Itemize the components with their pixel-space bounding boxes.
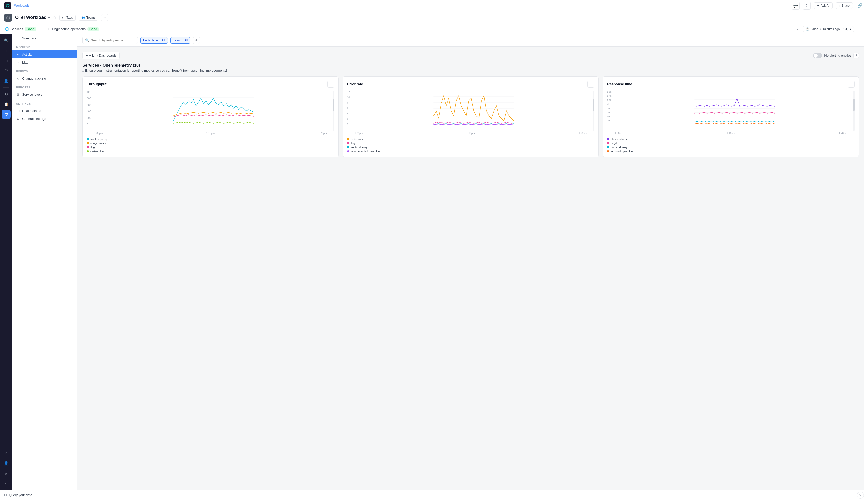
search-input-wrap: 🔍 (82, 37, 138, 44)
strip-shield-button[interactable]: 🛡 (1, 110, 11, 119)
error-rate-chart-header: Error rate ··· (347, 81, 595, 88)
main-layout: 🔍 ＋ ⊞ ♡ 👤 ⚙ 📋 🛡 ⊙ 👤 ☺ ··· ☰ Summary MONI… (0, 34, 868, 490)
entity-name[interactable]: OTel Workload ▾ (15, 15, 50, 20)
services-status-badge: Good (25, 27, 36, 31)
monitor-section-label: MONITOR (12, 42, 77, 50)
response-time-xaxis: 1:00pm1:10pm1:20pm (607, 132, 855, 135)
legend-dot-flagd-error (347, 142, 349, 144)
topbar-right: 💬 ? ✦ Ask AI ↑ Share 🔗 (792, 1, 864, 10)
add-filter-button[interactable]: + (193, 37, 200, 44)
legend-imageprovider: imageprovider (87, 142, 334, 145)
legend-checkoutservice: checkoutservice (607, 138, 855, 141)
sidebar-item-change-tracking[interactable]: ∿ Change tracking (12, 75, 77, 82)
response-time-chart-header: Response time ··· (607, 81, 855, 88)
ask-ai-button[interactable]: ✦ Ask AI (814, 2, 833, 9)
error-rate-chart-title: Error rate (347, 82, 363, 86)
sidebar: ☰ Summary MONITOR 〰 Activity ⌖ Map EVENT… (12, 34, 77, 490)
section-title: Services - OpenTelemetry (18) (82, 63, 859, 68)
response-time-svg (616, 91, 853, 126)
bottom-help-button[interactable]: ? (857, 492, 864, 499)
no-alerting-area: No alerting entities ? (813, 53, 859, 58)
strip-user-button[interactable]: ☺ (1, 469, 11, 478)
share-button[interactable]: ↑ Share (836, 2, 853, 9)
time-nav-right[interactable]: › (855, 25, 863, 33)
strip-user-add-button[interactable]: 👤 (1, 459, 11, 468)
sidebar-item-service-levels[interactable]: ⊟ Service levels (12, 90, 77, 99)
strip-grid-button[interactable]: ⊞ (1, 56, 11, 65)
entity-tags-button[interactable]: 🏷 Tags (59, 14, 76, 21)
response-time-chart-card: Response time ··· 1.6k1.4k1.2k1k80060040… (603, 76, 859, 157)
strip-search-button[interactable]: 🔍 (1, 36, 11, 45)
ai-sparkle-icon: ✦ (817, 4, 820, 7)
engineering-ops-status-item: ⊞ Engineering operations Good (48, 27, 99, 31)
throughput-chart-header: Throughput ··· (87, 81, 334, 88)
sidebar-item-activity[interactable]: 〰 Activity (12, 50, 77, 58)
search-input[interactable] (91, 38, 135, 42)
legend-dot-flagd-response (607, 142, 609, 144)
status-time-area: ‹ 🕐 Since 30 minutes ago (PST) ▾ › (794, 25, 863, 33)
link-icon-button[interactable]: 🔗 (856, 1, 864, 10)
clock-icon: 🕐 (806, 27, 810, 31)
response-time-chart-area: 1.6k1.4k1.2k1k8006004002000 (607, 91, 855, 131)
section-info: ℹ Ensure your instrumentation is reporti… (82, 69, 859, 72)
legend-cartservice-error: cartservice (347, 138, 595, 141)
throughput-chart-card: Throughput ··· 1k8006004002000 (82, 76, 339, 157)
question-icon: ? (806, 3, 808, 8)
strip-settings-button[interactable]: ⚙ (1, 90, 11, 99)
legend-flagd-error: flagd (347, 142, 595, 145)
no-alerting-toggle[interactable] (813, 53, 822, 58)
legend-recommendationservice: recommendationservice (347, 150, 595, 153)
response-time-more-button[interactable]: ··· (848, 81, 855, 88)
entity-type-filter-chip[interactable]: Entity Type = All (140, 37, 168, 44)
services-status-item: 🌐 Services Good (5, 27, 36, 31)
throughput-more-button[interactable]: ··· (327, 81, 334, 88)
status-bar: 🌐 Services Good — ⊞ Engineering operatio… (0, 24, 868, 34)
strip-heart-button[interactable]: ♡ (1, 66, 11, 75)
legend-cartservice-throughput: cartservice (87, 150, 334, 153)
entity-favorite-star[interactable]: ☆ (53, 15, 56, 20)
strip-add-button[interactable]: ＋ (1, 46, 11, 55)
content-inner: + + Link Dashboards No alerting entities… (77, 47, 864, 490)
error-rate-scroll[interactable] (593, 91, 594, 131)
team-filter-chip[interactable]: Team = All (170, 37, 191, 44)
plus-icon: + (196, 38, 198, 43)
globe-icon: 🌐 (5, 27, 9, 31)
legend-dot-accountingservice (607, 150, 609, 152)
time-range-button[interactable]: 🕐 Since 30 minutes ago (PST) ▾ (803, 26, 854, 32)
entity-teams-button[interactable]: 👥 Teams (79, 14, 98, 21)
summary-icon: ☰ (16, 36, 20, 40)
strip-more-button[interactable]: ··· (1, 479, 11, 488)
strip-bottom: ⊙ 👤 ☺ ··· (1, 449, 11, 488)
response-time-scroll[interactable] (853, 91, 855, 131)
sidebar-item-summary[interactable]: ☰ Summary (12, 34, 77, 42)
legend-dot-frontendproxy-response (607, 146, 609, 148)
legend-dot-recommendationservice (347, 150, 349, 152)
link-icon: 🔗 (857, 3, 863, 8)
panel-collapse-button[interactable]: › (864, 34, 868, 490)
no-alerting-help-button[interactable]: ? (854, 53, 859, 58)
strip-user-circle-button[interactable]: ⊙ (1, 449, 11, 458)
legend-flagd-throughput: flagd (87, 146, 334, 149)
time-nav-left[interactable]: ‹ (794, 25, 802, 33)
map-icon: ⌖ (16, 60, 20, 64)
query-your-data-button[interactable]: Query your data (9, 493, 32, 497)
workloads-breadcrumb[interactable]: Workloads (14, 3, 30, 7)
sidebar-item-health-status[interactable]: ◳ Health status (12, 106, 77, 115)
throughput-chart-area: 1k8006004002000 (87, 91, 334, 131)
throughput-legend: frontendproxy imageprovider flagd c (87, 138, 334, 153)
change-tracking-icon: ∿ (16, 76, 20, 80)
legend-dot-frontendproxy (87, 138, 89, 140)
events-section-label: EVENTS (12, 66, 77, 75)
sidebar-item-map[interactable]: ⌖ Map (12, 58, 77, 66)
error-rate-more-button[interactable]: ··· (587, 81, 594, 88)
sidebar-item-general-settings[interactable]: ⚙ General settings (12, 115, 77, 123)
legend-dot-checkoutservice (607, 138, 609, 140)
entity-more-button[interactable]: ··· (101, 14, 108, 21)
chat-icon-button[interactable]: 💬 (792, 1, 800, 10)
throughput-scroll[interactable] (333, 91, 334, 131)
strip-calendar-button[interactable]: 📋 (1, 100, 11, 109)
help-icon-button[interactable]: ? (803, 1, 811, 10)
chat-icon: 💬 (793, 3, 798, 8)
link-dashboards-button[interactable]: + + Link Dashboards (82, 52, 120, 59)
strip-person-button[interactable]: 👤 (1, 76, 11, 86)
